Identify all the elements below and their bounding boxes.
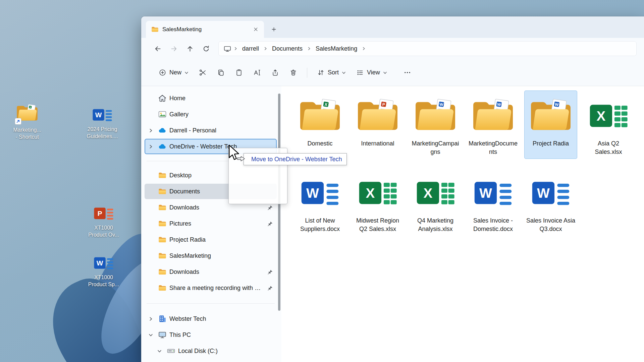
file-icon: X: [416, 171, 455, 215]
file-tile[interactable]: W Sales Invoice Asia Q3.docx: [524, 168, 577, 236]
desktop-icon[interactable]: X Marketing...- Shortcut: [5, 101, 50, 140]
desktop-icon[interactable]: W 2024 PricingGuidelines....: [80, 100, 125, 140]
paste-button[interactable]: [231, 65, 247, 80]
file-tile[interactable]: X Domestic: [293, 90, 346, 159]
sidebar-item-icon: [158, 236, 167, 243]
file-name: Q4 Marketing Analysis.xlsx: [410, 217, 461, 233]
scissors-icon: [199, 69, 207, 76]
sidebar-item-label: Share a meeting recording with attend: [169, 285, 264, 292]
sidebar-item-label: Webster Tech: [169, 315, 273, 322]
desktop-icon[interactable]: P XT1000Product Ov...: [81, 198, 126, 238]
file-tile[interactable]: W MarketingCampaigns: [409, 90, 462, 159]
sidebar-item[interactable]: Home: [145, 90, 277, 106]
svg-text:X: X: [424, 186, 433, 200]
this-pc-icon: [223, 46, 232, 52]
address-bar: darrell Documents SalesMarketing: [141, 38, 644, 59]
desktop-icon[interactable]: W XT1000Product Sp...: [81, 248, 126, 288]
breadcrumb-item[interactable]: darrell: [239, 44, 262, 54]
sidebar-item-chevron[interactable]: [146, 333, 155, 337]
folder-icon: [158, 236, 166, 243]
sidebar-item-chevron[interactable]: [146, 317, 155, 321]
word-file-icon: W: [301, 176, 339, 209]
svg-text:W: W: [306, 186, 319, 200]
refresh-button[interactable]: [198, 42, 214, 56]
ellipsis-icon: [404, 69, 411, 76]
sidebar-scrollbar[interactable]: [277, 88, 281, 360]
tab-close-button[interactable]: [251, 24, 261, 35]
share-button[interactable]: [267, 65, 283, 80]
sidebar-item-label: Project Radia: [169, 236, 273, 243]
sidebar-item[interactable]: Share a meeting recording with attend: [145, 280, 277, 296]
sort-button[interactable]: Sort: [313, 65, 350, 80]
file-tile[interactable]: W List of New Suppliers.docx: [293, 168, 346, 236]
sidebar-item-chevron[interactable]: [146, 144, 155, 149]
file-icon: X: [298, 94, 342, 138]
home-icon: [158, 95, 166, 102]
svg-text:W: W: [95, 111, 102, 118]
titlebar: SalesMarketing: [141, 16, 644, 38]
sidebar-item[interactable]: Darrell - Personal: [145, 123, 277, 138]
rename-button[interactable]: [249, 65, 265, 80]
sidebar-item-icon: [158, 111, 167, 118]
sidebar-item[interactable]: SalesMarketing: [145, 248, 277, 263]
view-button[interactable]: View: [352, 65, 391, 80]
delete-button[interactable]: [285, 65, 301, 80]
breadcrumb-item[interactable]: Documents: [269, 44, 306, 54]
file-tile[interactable]: X Midwest Region Q2 Sales.xlsx: [351, 168, 404, 236]
folder-icon: [158, 188, 166, 195]
new-tab-button[interactable]: [267, 23, 280, 36]
sidebar-item[interactable]: Gallery: [145, 107, 277, 122]
address-field[interactable]: darrell Documents SalesMarketing: [218, 41, 637, 56]
sidebar-item[interactable]: Local Disk (C:): [153, 343, 277, 359]
folder-excel-shortcut-icon: X: [15, 104, 39, 124]
view-button-label: View: [367, 69, 380, 76]
chevron-down-icon: [342, 71, 346, 75]
file-list-area[interactable]: X Domestic P International W: [281, 86, 644, 362]
file-tile[interactable]: W MarketingDocuments: [467, 90, 520, 159]
sidebar-item[interactable]: Project Radia: [145, 232, 277, 247]
breadcrumb-item[interactable]: SalesMarketing: [313, 44, 360, 54]
more-options-button[interactable]: [399, 65, 415, 80]
file-tile[interactable]: X Q4 Marketing Analysis.xlsx: [409, 168, 462, 236]
sidebar-item[interactable]: Downloads: [145, 264, 277, 280]
chevron-down-icon: [157, 349, 162, 353]
back-button[interactable]: [150, 42, 165, 56]
file-name: MarketingDocuments: [468, 139, 518, 156]
new-button[interactable]: New: [155, 65, 193, 80]
sort-icon: [317, 69, 325, 76]
sidebar-item-icon: [158, 315, 167, 322]
file-explorer-window: SalesMarketing da: [141, 16, 644, 362]
sidebar-item[interactable]: Pictures: [145, 216, 277, 231]
file-icon: P: [355, 94, 400, 138]
sidebar-item-label: SalesMarketing: [169, 252, 273, 259]
sidebar-item-icon: [158, 127, 167, 134]
sidebar-item-icon: [158, 268, 167, 276]
file-tile[interactable]: X Asia Q2 Sales.xlsx: [582, 90, 635, 159]
file-tile[interactable]: W Sales Invoice - Domestic.docx: [467, 168, 520, 236]
file-tile[interactable]: W Project Radia: [524, 90, 577, 159]
chevron-right-icon: [149, 317, 153, 321]
copy-button[interactable]: [213, 65, 229, 80]
folder-excel-icon: X: [298, 98, 342, 134]
sidebar-item-icon: [158, 95, 167, 102]
file-tile[interactable]: P International: [351, 90, 404, 159]
file-name: MarketingCampaigns: [410, 139, 461, 156]
sidebar-item-chevron[interactable]: [146, 128, 155, 133]
sidebar-item-chevron[interactable]: [155, 349, 164, 353]
tab-salesmarketing[interactable]: SalesMarketing: [146, 21, 264, 38]
desktop-icon-label: XT1000Product Sp...: [88, 274, 119, 288]
file-name: List of New Suppliers.docx: [295, 217, 345, 233]
file-icon: W: [471, 94, 516, 138]
cut-button[interactable]: [195, 65, 211, 80]
file-icon: W: [528, 94, 573, 138]
sidebar-item[interactable]: This PC: [145, 327, 277, 343]
sidebar-item-icon: [167, 347, 175, 355]
excel-file-icon: X: [416, 176, 455, 209]
word-file-icon: W: [94, 254, 114, 272]
view-icon: [356, 69, 364, 76]
sidebar-item[interactable]: Webster Tech: [145, 311, 277, 326]
up-button[interactable]: [182, 42, 198, 56]
folder-icon: [158, 285, 166, 291]
forward-button[interactable]: [166, 42, 181, 56]
word-file-icon: W: [474, 176, 513, 209]
